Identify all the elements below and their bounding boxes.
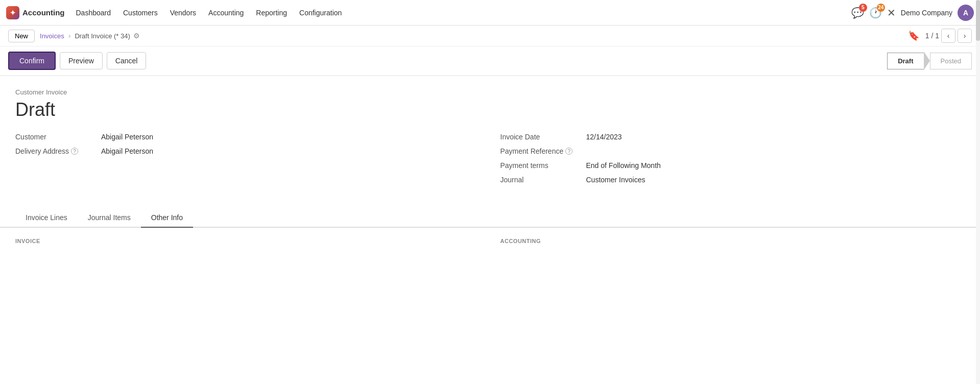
invoice-date-value[interactable]: 12/14/2023 [586,133,622,141]
avatar-initials: A [963,9,968,17]
payment-terms-value[interactable]: End of Following Month [586,161,661,170]
company-name[interactable]: Demo Company [901,9,952,17]
new-button[interactable]: New [8,30,35,42]
breadcrumb: Invoices › Draft Invoice (* 34) ⚙ [40,32,140,40]
messages-badge: 5 [859,4,867,12]
nav-vendors[interactable]: Vendors [165,6,201,20]
messages-button[interactable]: 💬 5 [851,7,864,19]
delivery-address-label: Delivery Address ? [15,147,97,155]
settings-button[interactable]: ✕ [887,7,896,19]
form-subtitle: Customer Invoice [15,88,965,96]
next-record-button[interactable]: › [958,29,972,43]
form-right-column: Invoice Date 12/14/2023 Payment Referenc… [500,133,965,184]
header-icons: 💬 5 🕐 24 ✕ Demo Company A [851,5,974,21]
tab-invoice-lines[interactable]: Invoice Lines [15,208,78,228]
delivery-address-help-icon: ? [71,148,78,155]
nav-configuration[interactable]: Configuration [294,6,347,20]
app-logo[interactable]: ✦ Accounting [6,6,65,19]
breadcrumb-parent[interactable]: Invoices [40,32,64,40]
logo-icon: ✦ [6,6,19,19]
payment-reference-label: Payment Reference ? [500,147,582,155]
tab-journal-items[interactable]: Journal Items [78,208,141,228]
scrollbar-thumb[interactable] [976,0,980,41]
customer-row: Customer Abigail Peterson [15,133,480,141]
accounting-section-heading: ACCOUNTING [500,238,965,244]
tabs-bar: Invoice Lines Journal Items Other Info [0,208,980,228]
delivery-address-value[interactable]: Abigail Peterson [101,147,153,155]
status-posted[interactable]: Posted [930,53,972,69]
status-steps: Draft Posted [887,52,972,70]
nav-accounting[interactable]: Accounting [203,6,249,20]
confirm-button[interactable]: Confirm [8,52,56,70]
delivery-address-row: Delivery Address ? Abigail Peterson [15,147,480,155]
section-area: INVOICE ACCOUNTING [0,228,980,258]
invoice-section: INVOICE [15,238,480,248]
customer-label: Customer [15,133,97,141]
payment-reference-row: Payment Reference ? [500,147,965,155]
nav-dashboard[interactable]: Dashboard [71,6,116,20]
invoice-date-label: Invoice Date [500,133,582,141]
invoice-section-heading: INVOICE [15,238,480,244]
wrench-icon: ✕ [887,7,896,18]
cancel-button[interactable]: Cancel [107,52,147,69]
status-draft[interactable]: Draft [887,53,924,69]
activity-button[interactable]: 🕐 24 [869,7,882,19]
top-navigation: ✦ Accounting Dashboard Customers Vendors… [0,0,980,26]
gear-icon[interactable]: ⚙ [133,32,140,40]
nav-customers[interactable]: Customers [118,6,163,20]
breadcrumb-bar: New Invoices › Draft Invoice (* 34) ⚙ 🔖 … [0,26,980,46]
payment-terms-label: Payment terms [500,161,582,170]
record-count: 1 / 1 [925,32,939,40]
breadcrumb-separator: › [68,32,71,40]
prev-record-button[interactable]: ‹ [941,29,955,43]
journal-label: Journal [500,176,582,184]
accounting-section: ACCOUNTING [500,238,965,248]
status-arrow [924,52,930,70]
nav-reporting[interactable]: Reporting [251,6,292,20]
payment-reference-help-icon: ? [565,148,572,155]
form-title: Draft [15,99,965,121]
action-bar: Confirm Preview Cancel Draft Posted [0,46,980,76]
form-left-column: Customer Abigail Peterson Delivery Addre… [15,133,480,184]
payment-terms-row: Payment terms End of Following Month [500,161,965,170]
invoice-date-row: Invoice Date 12/14/2023 [500,133,965,141]
user-avatar[interactable]: A [958,5,974,21]
journal-row: Journal Customer Invoices [500,176,965,184]
journal-value[interactable]: Customer Invoices [586,176,646,184]
scrollbar-track[interactable] [976,0,980,258]
preview-button[interactable]: Preview [60,52,103,69]
bookmark-icon[interactable]: 🔖 [908,30,919,41]
status-pipeline: Draft Posted [887,52,972,70]
tab-other-info[interactable]: Other Info [141,208,193,228]
app-name: Accounting [22,8,65,17]
customer-value[interactable]: Abigail Peterson [101,133,153,141]
form-area: Customer Invoice Draft Customer Abigail … [0,76,980,196]
form-fields-grid: Customer Abigail Peterson Delivery Addre… [15,133,965,184]
record-navigation: 🔖 1 / 1 ‹ › [908,29,972,43]
activity-badge: 24 [877,4,885,12]
breadcrumb-current: Draft Invoice (* 34) ⚙ [75,32,139,40]
